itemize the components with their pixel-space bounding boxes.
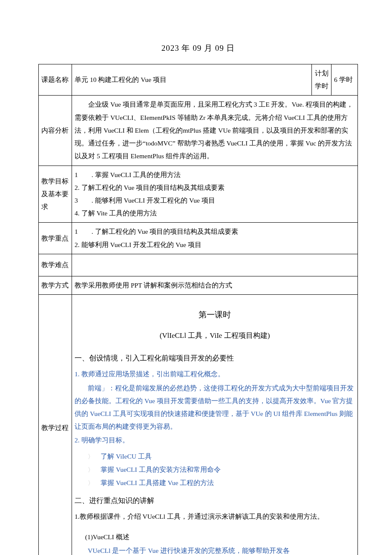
focus-item: 2. 能够利用 VueCLI 开发工程化的 Vue 项目 bbox=[75, 238, 355, 251]
goal-item: 3 . 能够利用 VueCLI 开发工程化的 Vue 项目 bbox=[75, 194, 355, 207]
section-2-sub-1: (1)VueCLI 概述 bbox=[75, 531, 355, 543]
section-1-item-2: 2. 明确学习目标。 bbox=[75, 434, 355, 447]
chevron-right-icon: 〉 bbox=[88, 477, 101, 489]
chevron-right-icon: 〉 bbox=[88, 451, 101, 463]
bullet-text: 了解 ViIeCU 工具 bbox=[101, 450, 152, 463]
label-method: 教学方式 bbox=[39, 276, 72, 294]
document-date: 2023 年 09 月 09 日 bbox=[38, 43, 358, 54]
row-content-analysis: 内容分析 企业级 Vue 项目通常是单页面应用，且采用工程化方式 3 工E 开发… bbox=[39, 96, 358, 166]
value-goals: 1 . 掌握 VueCLI 工具的使用方法 2. 了解工程化的 Vue 项目的项… bbox=[72, 166, 358, 223]
value-focus: 1 . 了解工程化的 Vue 项目的项目结构及其组成要素 2. 能够利用 Vue… bbox=[72, 223, 358, 254]
row-difficulty: 教学难点 bbox=[39, 254, 358, 276]
lesson-subtitle: (VlIeCLl 工具，ViIe 工程项目构建) bbox=[75, 328, 355, 343]
value-process: 第一课时 (VlIeCLl 工具，ViIe 工程项目构建) 一、创设情境，引入工… bbox=[72, 295, 358, 555]
bullet-item: 〉 掌握 VueCLI 工具的安装方法和常用命令 bbox=[88, 463, 355, 476]
row-method: 教学方式 教学采用教师使用 PPT 讲解和案例示范相结合的方式 bbox=[39, 276, 358, 294]
bullet-item: 〉 了解 ViIeCU 工具 bbox=[88, 450, 355, 463]
row-topic: 课题名称 单元 10 构建工程化的 Vue 项目 计划学时 6 学时 bbox=[39, 64, 358, 96]
section-2-item-1: 1.教师根据课件，介绍 VUeCLl 工具，并通过演示来讲解该工具的安装和使用方… bbox=[75, 510, 355, 523]
label-content-analysis: 内容分析 bbox=[39, 96, 72, 166]
value-difficulty bbox=[72, 254, 358, 276]
value-plan-hours: 6 学时 bbox=[331, 64, 358, 96]
value-content-analysis: 企业级 Vue 项目通常是单页面应用，且采用工程化方式 3 工E 开发。Vue.… bbox=[72, 96, 358, 166]
bullet-text: 掌握 VueCLI 工具搭建 Vue 工程的方法 bbox=[101, 476, 214, 489]
focus-item: 1 . 了解工程化的 Vue 项目的项目结构及其组成要素 bbox=[75, 225, 355, 238]
lesson-plan-table: 课题名称 单元 10 构建工程化的 Vue 项目 计划学时 6 学时 内容分析 … bbox=[38, 64, 358, 555]
label-plan-hours: 计划学时 bbox=[312, 64, 331, 96]
row-focus: 教学重点 1 . 了解工程化的 Vue 项目的项目结构及其组成要素 2. 能够利… bbox=[39, 223, 358, 254]
section-1-paragraph: 前端」：程化是前端发展的必然趋势，这使得工程化的开发方式成为大中型前端项目开发的… bbox=[75, 382, 355, 433]
value-topic: 单元 10 构建工程化的 Vue 项目 bbox=[72, 64, 312, 96]
label-goals: 教学目标及基本要求 bbox=[39, 166, 72, 223]
label-focus: 教学重点 bbox=[39, 223, 72, 254]
goal-item: 4. 了解 Vite 工具的使用方法 bbox=[75, 207, 355, 220]
goal-item: 2. 了解工程化的 Vue 项目的项目结构及其组成要素 bbox=[75, 181, 355, 194]
chevron-right-icon: 〉 bbox=[88, 464, 101, 476]
row-process: 教学过程 第一课时 (VlIeCLl 工具，ViIe 工程项目构建) 一、创设情… bbox=[39, 295, 358, 555]
label-difficulty: 教学难点 bbox=[39, 254, 72, 276]
section-2-sub-1-para: VUeCLl 是一个基于 Vue 进行快速开发的完整系统，能够帮助开发各 bbox=[75, 544, 355, 555]
goal-bullets: 〉 了解 ViIeCU 工具 〉 掌握 VueCLI 工具的安装方法和常用命令 … bbox=[75, 450, 355, 489]
goal-item: 1 . 掌握 VueCLI 工具的使用方法 bbox=[75, 169, 355, 181]
section-1-item-1: 1. 教师通过应用场景描述，引出前端工程化概念。 bbox=[75, 368, 355, 381]
section-1-title: 一、创设情境，引入工程化前端项目开发的必要性 bbox=[75, 351, 355, 365]
section-2-title: 二、进行重点知识的讲解 bbox=[75, 494, 355, 508]
label-process: 教学过程 bbox=[39, 295, 72, 555]
row-goals: 教学目标及基本要求 1 . 掌握 VueCLI 工具的使用方法 2. 了解工程化… bbox=[39, 166, 358, 223]
label-topic: 课题名称 bbox=[39, 64, 72, 96]
value-method: 教学采用教师使用 PPT 讲解和案例示范相结合的方式 bbox=[72, 276, 358, 294]
bullet-item: 〉 掌握 VueCLI 工具搭建 Vue 工程的方法 bbox=[88, 476, 355, 489]
lesson-title: 第一课时 bbox=[75, 307, 355, 323]
bullet-text: 掌握 VueCLI 工具的安装方法和常用命令 bbox=[101, 463, 221, 476]
